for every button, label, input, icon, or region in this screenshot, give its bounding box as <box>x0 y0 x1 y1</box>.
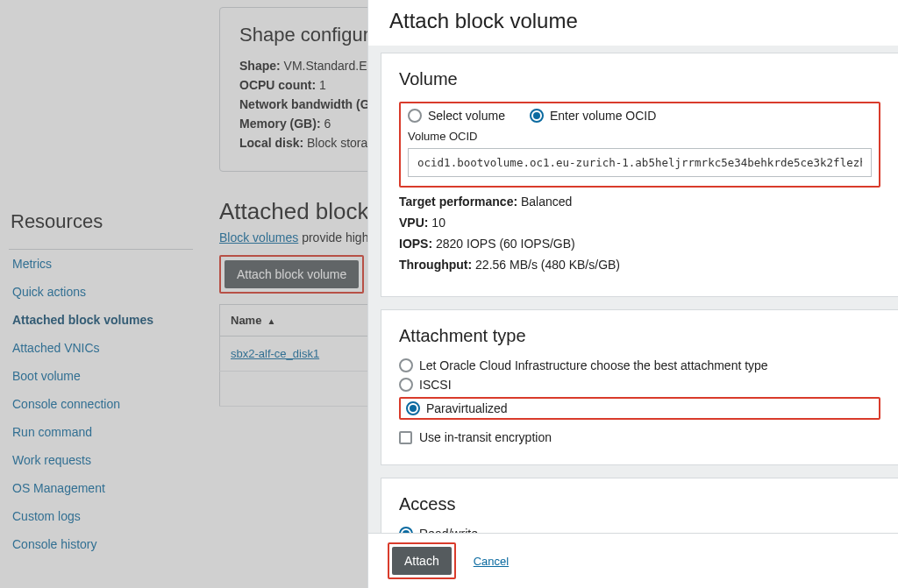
volume-mode-radios: Select volume Enter volume OCID <box>408 109 872 123</box>
throughput: Throughput: 22.56 MB/s (480 KB/s/GB) <box>399 258 880 272</box>
ocid-label: Volume OCID <box>408 130 872 143</box>
checkbox-in-transit-encryption[interactable]: Use in-transit encryption <box>399 430 552 444</box>
ocid-input[interactable] <box>408 148 872 177</box>
checkbox-icon <box>399 431 412 444</box>
radio-enter-ocid[interactable]: Enter volume OCID <box>530 109 656 123</box>
highlight-volume-ocid: Select volume Enter volume OCID Volume O… <box>399 102 880 188</box>
cancel-link[interactable]: Cancel <box>474 555 509 568</box>
attach-button[interactable]: Attach <box>392 547 452 575</box>
panel-body: Volume Select volume Enter volume OCID V… <box>368 46 898 533</box>
attachment-type-heading: Attachment type <box>399 326 880 346</box>
radio-paravirtualized[interactable]: Paravirtualized <box>406 401 508 415</box>
radio-select-volume[interactable]: Select volume <box>408 109 505 123</box>
access-group: Access Read/write Configures the volume … <box>381 478 898 534</box>
panel-footer: Attach Cancel <box>368 533 898 588</box>
volume-heading: Volume <box>399 69 880 89</box>
radio-auto-attach[interactable]: Let Oracle Cloud Infrastructure choose t… <box>399 358 880 372</box>
target-performance: Target performance: Balanced <box>399 195 880 209</box>
radio-iscsi[interactable]: ISCSI <box>399 378 880 392</box>
radio-read-write[interactable]: Read/write <box>399 527 478 534</box>
access-heading: Access <box>399 494 880 514</box>
vpu: VPU: 10 <box>399 216 880 230</box>
attachment-type-group: Attachment type Let Oracle Cloud Infrast… <box>381 309 898 465</box>
volume-group: Volume Select volume Enter volume OCID V… <box>381 53 898 297</box>
iops: IOPS: 2820 IOPS (60 IOPS/GB) <box>399 237 880 251</box>
attach-block-volume-panel: Attach block volume Volume Select volume… <box>367 0 898 588</box>
highlight-attach-footer: Attach <box>388 542 456 579</box>
highlight-paravirtualized: Paravirtualized <box>399 397 880 420</box>
panel-title: Attach block volume <box>368 0 898 46</box>
